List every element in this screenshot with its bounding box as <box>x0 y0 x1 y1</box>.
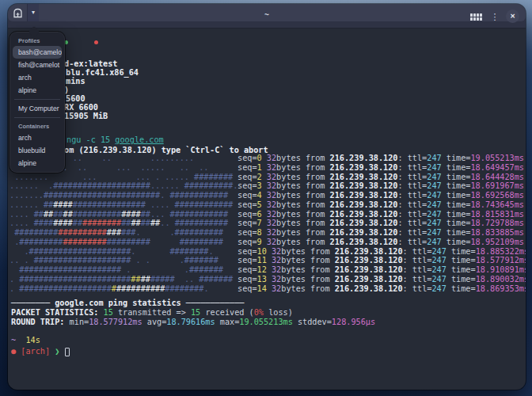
popover-item-my-computer[interactable]: My Computer <box>13 102 62 115</box>
terminal-line: seq=7 32bytes from 216.239.38.120: ttl=2… <box>238 219 524 228</box>
terminal-profile-icon <box>13 8 23 18</box>
terminal-line: seq=4 32bytes from 216.239.38.120: ttl=2… <box>238 191 524 200</box>
popover-item-alpine[interactable]: alpine <box>13 157 62 169</box>
terminal-line: blu.fc41.x86_64 <box>66 68 139 78</box>
terminal-line: seq=14 32bytes from 216.239.38.120: ttl=… <box>238 284 526 294</box>
popover-item-alpine[interactable]: alpine <box>13 84 62 97</box>
terminal-line: .#####################. ########. <box>10 247 214 257</box>
terminal-line: seq=2 32bytes from 216.239.38.120: ttl=2… <box>238 173 524 182</box>
terminal-line: seq=3 32bytes from 216.239.38.120: ttl=2… <box>238 181 524 191</box>
terminal-line: seq=6 32bytes from 216.239.38.120: ttl=2… <box>238 210 524 219</box>
popover-item-arch[interactable]: arch <box>13 71 62 84</box>
popover-item-bash-camelot[interactable]: bash@camelot <box>13 46 62 59</box>
popover-item-bluebuild[interactable]: bluebuild <box>13 144 62 157</box>
popover-list: Profilesbash@camelotfish@camelotarchalpi… <box>13 35 62 169</box>
terminal-line: RX 6600 <box>64 103 98 112</box>
popover-separator <box>14 99 60 100</box>
terminal-line: ──────── google.com ping statistics ────… <box>11 299 244 308</box>
terminal-window: ▾ ~ ⋮ ✕ d-ex:latestblu.fc41.x86_64mins)5… <box>8 4 526 390</box>
terminal-line: 15905 MiB <box>64 112 108 121</box>
terminal-screen[interactable]: d-ex:latestblu.fc41.x86_64mins)5600RX 66… <box>8 29 526 390</box>
terminal-line: seq=12 32bytes from 216.239.38.120: ttl=… <box>238 265 526 275</box>
terminal-line: ~ 14s <box>11 336 40 345</box>
tab-overview-button[interactable] <box>467 8 484 25</box>
terminal-line: seq=0 32bytes from 216.239.38.120: ttl=2… <box>238 154 524 163</box>
terminal-line: mins <box>66 77 86 86</box>
terminal-line: seq=11 32bytes from 216.239.38.120: ttl=… <box>238 256 526 265</box>
profile-button[interactable] <box>8 4 27 21</box>
terminal-line: #########################. .########## <box>10 228 223 238</box>
status-dot <box>94 40 98 44</box>
window-title: ~ <box>264 10 269 19</box>
terminal-line: seq=9 32bytes from 216.239.38.120: ttl=2… <box>238 238 524 247</box>
popover-item-arch[interactable]: arch <box>13 131 62 144</box>
menu-button[interactable]: ⋮ <box>488 8 502 25</box>
terminal-line: .... ##########################.. ######… <box>10 219 228 228</box>
terminal-cursor <box>65 348 70 356</box>
kebab-menu-icon: ⋮ <box>491 12 500 22</box>
close-icon: ✕ <box>510 13 515 20</box>
terminal-line: seq=1 32bytes from 216.239.38.120: ttl=2… <box>238 163 524 173</box>
profile-dropdown-button[interactable]: ▾ <box>27 4 39 21</box>
terminal-line: ngu -c 15 google.com <box>66 135 164 145</box>
headerbar: ▾ ~ ⋮ ✕ <box>8 4 526 29</box>
popover-section-header: Containers <box>13 120 62 131</box>
terminal-line: ...... .####################...... #####… <box>10 181 238 191</box>
terminal-line: ##################### . .####### <box>10 265 223 275</box>
popover-separator <box>14 117 60 118</box>
terminal-line: ....... ... ... . ..... ######## <box>10 173 233 182</box>
terminal-line: seq=8 32bytes from 216.239.38.120: ttl=2… <box>238 228 524 238</box>
popover-item-fish-camelot[interactable]: fish@camelot <box>13 59 62 71</box>
terminal-line: ROUND TRIP: min=18.577912ms avg=18.79616… <box>11 318 375 327</box>
terminal-line: 5600 <box>66 94 86 104</box>
profiles-popover: Profilesbash@camelotfish@camelotarchalpi… <box>10 32 65 173</box>
terminal-line: .... ########################... #######… <box>10 210 228 219</box>
terminal-line: .. . #################### . . .####### <box>10 256 218 265</box>
chevron-down-icon: ▾ <box>32 10 35 16</box>
terminal-line: .########################### ######### <box>10 238 223 247</box>
terminal-line: .......########################. #######… <box>10 191 228 200</box>
terminal-line: PACKET STATISTICS: 15 transmitted => 15 … <box>11 308 293 318</box>
terminal-line: seq=5 32bytes from 216.239.38.120: ttl=2… <box>238 200 524 210</box>
close-button[interactable]: ✕ <box>506 10 519 23</box>
terminal-line: d-ex:latest <box>64 59 117 69</box>
terminal-line: ...... ##################### .... ######… <box>10 200 233 210</box>
tab-overview-icon <box>470 13 482 21</box>
terminal-line: . ######################################… <box>10 284 209 294</box>
terminal-line: seq=13 32bytes from 216.239.38.120: ttl=… <box>238 275 526 284</box>
terminal-line: ● [arch] ❯ <box>11 347 59 356</box>
popover-section-header: Profiles <box>13 35 62 46</box>
terminal-line: . ################################ .. ##… <box>10 275 233 284</box>
terminal-line: seq=10 32bytes from 216.239.38.120: ttl=… <box>238 247 526 257</box>
